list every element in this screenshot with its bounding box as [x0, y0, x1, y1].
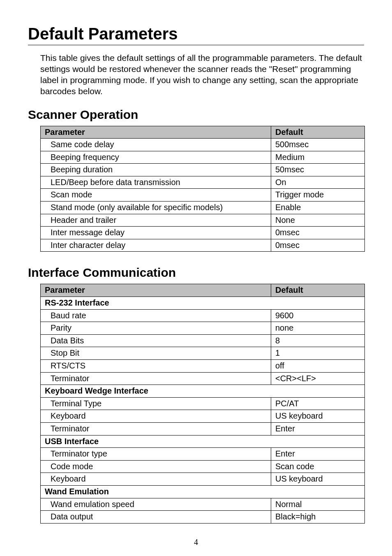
table-header-row: Parameter Default [41, 126, 365, 139]
cell-parameter: Keyboard [41, 410, 271, 423]
title-rule [28, 45, 364, 45]
cell-default: <CR><LF> [271, 372, 365, 385]
cell-default: 500msec [271, 139, 365, 151]
table-header-row: Parameter Default [41, 284, 365, 297]
cell-parameter: Stand mode (only available for specific … [41, 202, 271, 214]
cell-parameter: Beeping duration [41, 164, 271, 176]
col-header-default: Default [271, 284, 365, 297]
cell-parameter: Same code delay [41, 139, 271, 151]
cell-parameter: Data Bits [41, 334, 271, 347]
cell-parameter: LED/Beep before data transmission [41, 176, 271, 189]
table-row: Terminator typeEnter [41, 448, 365, 461]
col-header-default: Default [271, 126, 365, 139]
cell-default: off [271, 360, 365, 373]
cell-default: Enable [271, 202, 365, 214]
table-row: KeyboardUS keyboard [41, 410, 365, 423]
cell-default: 0msec [271, 227, 365, 239]
cell-default: Enter [271, 422, 365, 435]
cell-parameter: Keyboard [41, 473, 271, 486]
table-row: Paritynone [41, 322, 365, 335]
cell-parameter: Parity [41, 322, 271, 335]
intro-paragraph: This table gives the default settings of… [40, 53, 364, 97]
cell-default: On [271, 176, 365, 189]
cell-default: 1 [271, 347, 365, 360]
table-row: Data outputBlack=high [41, 511, 365, 524]
col-header-parameter: Parameter [41, 284, 271, 297]
table-subheading: RS-232 Interface [41, 297, 365, 310]
col-header-parameter: Parameter [41, 126, 271, 139]
cell-parameter: Inter character delay [41, 239, 271, 252]
section-heading-interface-communication: Interface Communication [28, 266, 364, 280]
table-row: Wand Emulation [41, 485, 365, 498]
table-subheading: USB Interface [41, 435, 365, 448]
cell-default: Trigger mode [271, 189, 365, 202]
cell-default: Scan code [271, 460, 365, 473]
cell-parameter: Baud rate [41, 309, 271, 322]
table-row: KeyboardUS keyboard [41, 473, 365, 486]
table-row: RTS/CTSoff [41, 360, 365, 373]
cell-parameter: Wand emulation speed [41, 498, 271, 511]
table-row: TerminatorEnter [41, 422, 365, 435]
table-row: RS-232 Interface [41, 297, 365, 310]
table-row: Stand mode (only available for specific … [41, 202, 365, 214]
table-interface-communication: Parameter Default RS-232 InterfaceBaud r… [40, 284, 365, 523]
table-scanner-operation: Parameter Default Same code delay500msec… [40, 126, 365, 252]
cell-default: 0msec [271, 239, 365, 252]
table-row: Same code delay500msec [41, 139, 365, 151]
document-page: Default Parameters This table gives the … [0, 0, 392, 556]
table-row: LED/Beep before data transmissionOn [41, 176, 365, 189]
section-heading-scanner-operation: Scanner Operation [28, 108, 364, 122]
table-row: Beeping duration50msec [41, 164, 365, 176]
cell-parameter: Terminal Type [41, 397, 271, 410]
table-row: Header and trailerNone [41, 214, 365, 227]
cell-parameter: Scan mode [41, 189, 271, 202]
cell-default: Enter [271, 448, 365, 461]
cell-default: none [271, 322, 365, 335]
table-row: Beeping frequencyMedium [41, 151, 365, 164]
table-row: Scan modeTrigger mode [41, 189, 365, 202]
table-row: Stop Bit1 [41, 347, 365, 360]
cell-default: Normal [271, 498, 365, 511]
table-row: Terminator<CR><LF> [41, 372, 365, 385]
cell-default: Medium [271, 151, 365, 164]
cell-parameter: Terminator [41, 422, 271, 435]
table-row: USB Interface [41, 435, 365, 448]
table-row: Terminal TypePC/AT [41, 397, 365, 410]
cell-default: US keyboard [271, 410, 365, 423]
table-row: Data Bits8 [41, 334, 365, 347]
cell-default: 8 [271, 334, 365, 347]
table-row: Baud rate9600 [41, 309, 365, 322]
cell-parameter: Code mode [41, 460, 271, 473]
cell-default: 50msec [271, 164, 365, 176]
table-row: Inter character delay0msec [41, 239, 365, 252]
cell-parameter: Beeping frequency [41, 151, 271, 164]
cell-default: US keyboard [271, 473, 365, 486]
page-title: Default Parameters [28, 25, 364, 43]
table-subheading: Wand Emulation [41, 485, 365, 498]
cell-default: 9600 [271, 309, 365, 322]
cell-default: None [271, 214, 365, 227]
cell-default: Black=high [271, 511, 365, 524]
table-row: Code modeScan code [41, 460, 365, 473]
table-wrap-scanner-operation: Parameter Default Same code delay500msec… [40, 126, 364, 252]
table-row: Wand emulation speedNormal [41, 498, 365, 511]
page-number: 4 [28, 537, 364, 547]
cell-parameter: Header and trailer [41, 214, 271, 227]
cell-default: PC/AT [271, 397, 365, 410]
cell-parameter: RTS/CTS [41, 360, 271, 373]
cell-parameter: Terminator type [41, 448, 271, 461]
table-subheading: Keyboard Wedge Interface [41, 385, 365, 398]
cell-parameter: Data output [41, 511, 271, 524]
table-row: Keyboard Wedge Interface [41, 385, 365, 398]
cell-parameter: Inter message delay [41, 227, 271, 239]
cell-parameter: Terminator [41, 372, 271, 385]
table-row: Inter message delay0msec [41, 227, 365, 239]
cell-parameter: Stop Bit [41, 347, 271, 360]
table-wrap-interface-communication: Parameter Default RS-232 InterfaceBaud r… [40, 284, 364, 523]
